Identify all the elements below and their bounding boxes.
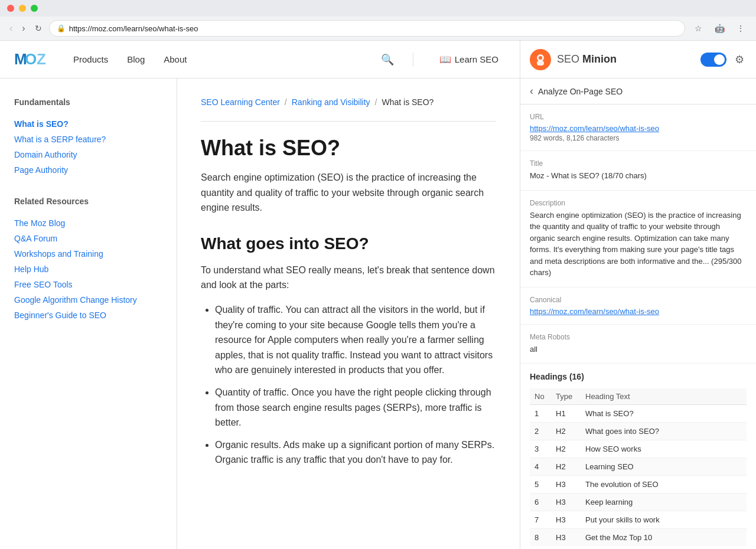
content-area: Fundamentals What is SEO? What is a SERP… [0, 79, 520, 549]
article-body-intro: To understand what SEO really means, let… [201, 263, 496, 293]
nav-about[interactable]: About [164, 54, 187, 64]
website: M O Z Products Blog About 🔍 📖 Learn SEO [0, 41, 520, 549]
extension-icon[interactable]: 🤖 [711, 20, 728, 37]
breadcrumb-ranking-visibility[interactable]: Ranking and Visibility [292, 97, 370, 107]
heading-text: Get the Moz Top 10 [581, 529, 747, 547]
nav-blog[interactable]: Blog [127, 54, 145, 64]
canonical-label: Canonical [530, 296, 747, 304]
table-row: 2H2What goes into SEO? [530, 423, 747, 440]
seo-minion-nav: ‹ Analyze On-Page SEO [520, 79, 756, 104]
heading-text: What is SEO? [581, 405, 747, 423]
sidebar-item-qa-forum[interactable]: Q&A Forum [14, 231, 162, 246]
nav-divider [413, 53, 413, 67]
sidebar-item-free-seo-tools[interactable]: Free SEO Tools [14, 277, 162, 292]
meta-robots-section: Meta Robots all [520, 325, 756, 364]
toggle-knob [714, 54, 725, 65]
heading-no: 1 [530, 405, 551, 423]
heading-no: 5 [530, 476, 551, 494]
sidebar: Fundamentals What is SEO? What is a SERP… [0, 79, 177, 549]
sidebar-item-moz-blog[interactable]: The Moz Blog [14, 215, 162, 231]
main-content: SEO Learning Center / Ranking and Visibi… [177, 79, 520, 549]
sidebar-item-domain-authority[interactable]: Domain Authority [14, 147, 162, 162]
breadcrumb-sep-1: / [285, 97, 287, 107]
menu-button[interactable]: ⋮ [732, 20, 749, 37]
search-icon[interactable]: 🔍 [381, 53, 394, 66]
description-section: Description Search engine optimization (… [520, 191, 756, 287]
bullet-quantity: Quantity of traffic. Once you have the r… [215, 385, 496, 430]
book-icon: 📖 [439, 54, 451, 65]
breadcrumb-current: What is SEO? [382, 97, 434, 107]
table-row: 3H2How SEO works [530, 440, 747, 458]
table-row: 6H3Keep learning [530, 494, 747, 511]
browser-actions: ☆ 🤖 ⋮ [690, 20, 749, 37]
reload-button[interactable]: ↻ [32, 21, 44, 35]
url-text: https://moz.com/learn/seo/what-is-seo [69, 24, 198, 33]
seo-minion-panel: SEO Minion ⚙ ‹ Analyze On-Page SEO URL h… [520, 41, 756, 549]
heading-type: H2 [551, 440, 581, 458]
heading-text: Keep learning [581, 494, 747, 511]
sidebar-item-page-authority[interactable]: Page Authority [14, 162, 162, 178]
article-bullet-list: Quality of traffic. You can attract all … [215, 302, 496, 468]
heading-text: Learning SEO [581, 458, 747, 476]
bullet-quality: Quality of traffic. You can attract all … [215, 302, 496, 378]
seo-minion-body: URL https://moz.com/learn/seo/what-is-se… [520, 104, 756, 549]
table-row: 1H1What is SEO? [530, 405, 747, 423]
toggle-switch[interactable] [700, 53, 726, 67]
seo-text: SEO [557, 53, 582, 65]
heading-type: H2 [551, 423, 581, 440]
sidebar-item-beginners-guide[interactable]: Beginner's Guide to SEO [14, 308, 162, 323]
maximize-button[interactable] [31, 5, 38, 12]
heading-no: 3 [530, 440, 551, 458]
table-row: 5H3The evolution of SEO [530, 476, 747, 494]
seo-minion-header: SEO Minion ⚙ [520, 41, 756, 79]
headings-title: Headings (16) [530, 372, 747, 381]
nav-links: Products Blog About [73, 54, 187, 64]
svg-rect-6 [537, 61, 544, 66]
svg-text:Z: Z [37, 51, 46, 68]
sidebar-item-workshops[interactable]: Workshops and Training [14, 246, 162, 262]
url-input[interactable]: 🔒 https://moz.com/learn/seo/what-is-seo [49, 20, 685, 37]
forward-button[interactable]: › [19, 21, 27, 36]
heading-no: 6 [530, 494, 551, 511]
close-button[interactable] [7, 5, 14, 12]
article-h1: What is SEO? [201, 136, 496, 161]
seo-minion-title: SEO Minion [557, 53, 695, 66]
sidebar-item-help-hub[interactable]: Help Hub [14, 262, 162, 277]
learn-seo-label: Learn SEO [455, 54, 498, 64]
heading-text: What goes into SEO? [581, 423, 747, 440]
address-bar: ‹ › ↻ 🔒 https://moz.com/learn/seo/what-i… [0, 17, 756, 40]
heading-type: H3 [551, 529, 581, 547]
related-resources-title: Related Resources [14, 197, 162, 206]
nav-products[interactable]: Products [73, 54, 108, 64]
nav-bar: M O Z Products Blog About 🔍 📖 Learn SEO [0, 41, 520, 79]
description-value: Search engine optimization (SEO) is the … [530, 210, 747, 279]
canonical-value[interactable]: https://moz.com/learn/seo/what-is-seo [530, 307, 659, 316]
heading-no: 8 [530, 529, 551, 547]
moz-logo[interactable]: M O Z [14, 51, 54, 68]
url-value[interactable]: https://moz.com/learn/seo/what-is-seo [530, 124, 659, 133]
meta-robots-label: Meta Robots [530, 333, 747, 341]
sidebar-item-what-is-seo[interactable]: What is SEO? [14, 116, 162, 132]
canonical-section: Canonical https://moz.com/learn/seo/what… [520, 287, 756, 325]
heading-text: The evolution of SEO [581, 476, 747, 494]
learn-seo-button[interactable]: 📖 Learn SEO [432, 50, 506, 68]
title-bar [0, 0, 756, 17]
breadcrumb-sep-2: / [375, 97, 377, 107]
description-label: Description [530, 199, 747, 207]
svg-point-5 [539, 56, 542, 60]
gear-icon[interactable]: ⚙ [732, 51, 747, 68]
title-value: Moz - What is SEO? (18/70 chars) [530, 170, 747, 182]
lock-icon: 🔒 [57, 24, 66, 32]
heading-no: 4 [530, 458, 551, 476]
browser-chrome: ‹ › ↻ 🔒 https://moz.com/learn/seo/what-i… [0, 0, 756, 41]
col-header-no: No [530, 388, 551, 405]
sidebar-item-google-algorithm[interactable]: Google Algorithm Change History [14, 292, 162, 308]
url-meta: 982 words, 8,126 characters [530, 134, 747, 142]
minimize-button[interactable] [19, 5, 26, 12]
bookmark-button[interactable]: ☆ [690, 20, 706, 37]
back-button[interactable]: ‹ [7, 21, 15, 36]
seo-minion-logo [530, 49, 551, 70]
breadcrumb-seo-learning-center[interactable]: SEO Learning Center [201, 97, 280, 107]
back-arrow-icon[interactable]: ‹ [530, 85, 533, 97]
sidebar-item-serp-feature[interactable]: What is a SERP feature? [14, 132, 162, 147]
